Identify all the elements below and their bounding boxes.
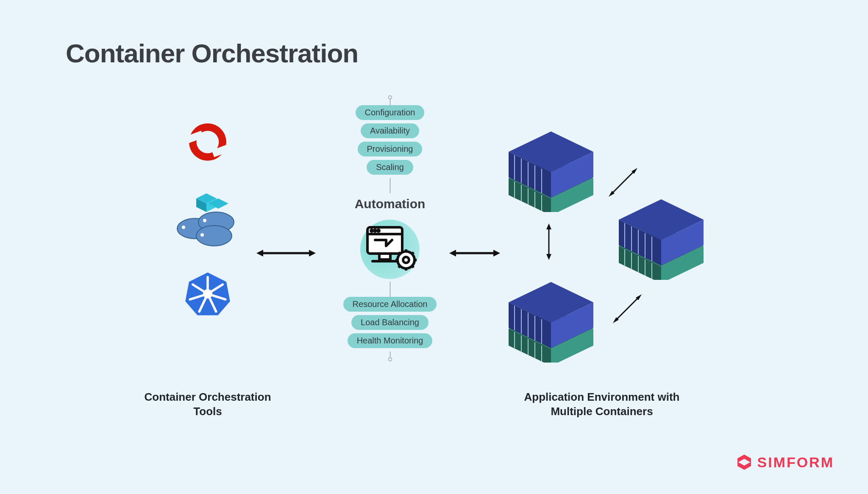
svg-marker-39 bbox=[256, 250, 263, 257]
env-caption-line2: Multiple Containers bbox=[551, 405, 653, 418]
env-arrow-2 bbox=[610, 292, 644, 327]
brand-logo: SIMFORM bbox=[736, 454, 834, 471]
pill-provisioning: Provisioning bbox=[358, 142, 423, 156]
connector-dot-bottom bbox=[388, 357, 392, 361]
pill-resource-allocation: Resource Allocation bbox=[343, 297, 437, 312]
tools-caption: Container Orchestration Tools bbox=[127, 390, 288, 419]
svg-point-25 bbox=[378, 230, 379, 232]
automation-icon bbox=[360, 220, 420, 279]
env-caption: Application Environment with Multiple Co… bbox=[483, 390, 721, 419]
automation-label: Automation bbox=[355, 197, 426, 211]
svg-marker-67 bbox=[737, 462, 751, 470]
svg-point-11 bbox=[200, 233, 204, 237]
svg-line-35 bbox=[412, 265, 414, 268]
tools-caption-line1: Container Orchestration bbox=[144, 391, 271, 403]
connector-line bbox=[390, 99, 390, 105]
svg-marker-42 bbox=[449, 250, 456, 257]
pill-health-monitoring: Health Monitoring bbox=[348, 333, 433, 348]
svg-point-23 bbox=[371, 230, 373, 232]
double-arrow-right bbox=[449, 247, 500, 259]
container-stack-3 bbox=[504, 274, 598, 363]
pill-configuration: Configuration bbox=[356, 105, 425, 120]
svg-marker-40 bbox=[309, 250, 316, 257]
svg-line-37 bbox=[398, 265, 401, 268]
env-arrow-3 bbox=[542, 220, 555, 265]
env-caption-line1: Application Environment with bbox=[524, 391, 680, 403]
svg-line-34 bbox=[398, 252, 401, 254]
pill-availability: Availability bbox=[361, 123, 419, 138]
container-stack-2 bbox=[615, 191, 708, 280]
svg-point-9 bbox=[182, 226, 185, 229]
svg-marker-66 bbox=[737, 455, 751, 463]
svg-line-36 bbox=[412, 252, 414, 254]
svg-point-10 bbox=[203, 219, 206, 222]
env-arrow-1 bbox=[606, 165, 640, 201]
connector-line bbox=[390, 352, 390, 357]
connector-line bbox=[390, 282, 390, 297]
openshift-icon bbox=[184, 119, 231, 167]
tools-column bbox=[161, 119, 254, 319]
double-arrow-left bbox=[256, 247, 316, 259]
svg-point-24 bbox=[374, 230, 376, 232]
connector-line bbox=[390, 178, 390, 193]
automation-column: Configuration Availability Provisioning … bbox=[326, 95, 453, 361]
kubernetes-icon bbox=[184, 271, 231, 319]
pill-scaling: Scaling bbox=[367, 160, 413, 175]
svg-point-29 bbox=[403, 257, 409, 263]
svg-rect-26 bbox=[379, 254, 390, 260]
brand-text: SIMFORM bbox=[757, 454, 834, 471]
docker-swarm-icon bbox=[172, 188, 244, 249]
simform-icon bbox=[736, 454, 753, 471]
svg-marker-43 bbox=[493, 250, 500, 257]
connector-dot-top bbox=[388, 95, 392, 99]
pill-load-balancing: Load Balancing bbox=[351, 315, 428, 330]
tools-caption-line2: Tools bbox=[193, 405, 222, 418]
page-title: Container Orchestration bbox=[66, 38, 358, 68]
container-stack-1 bbox=[504, 123, 598, 212]
